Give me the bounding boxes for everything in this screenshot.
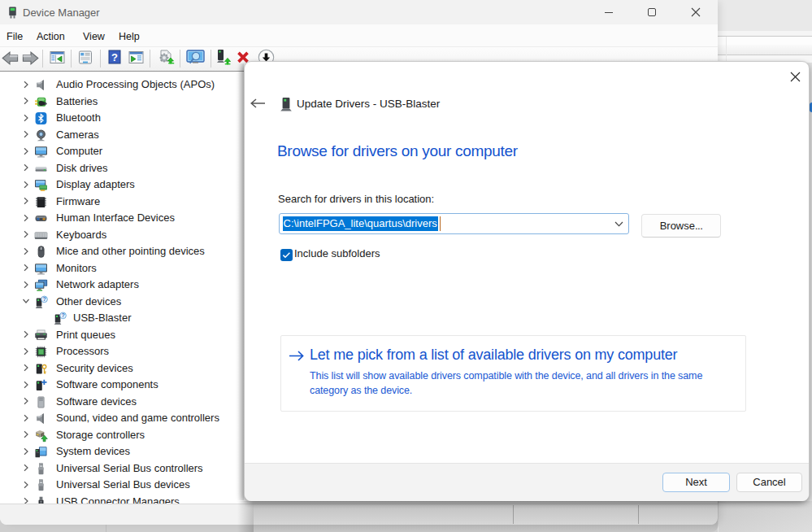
svg-text:?: ? [61,312,64,318]
svg-text:?: ? [111,51,118,63]
svg-text:?: ? [42,296,46,302]
